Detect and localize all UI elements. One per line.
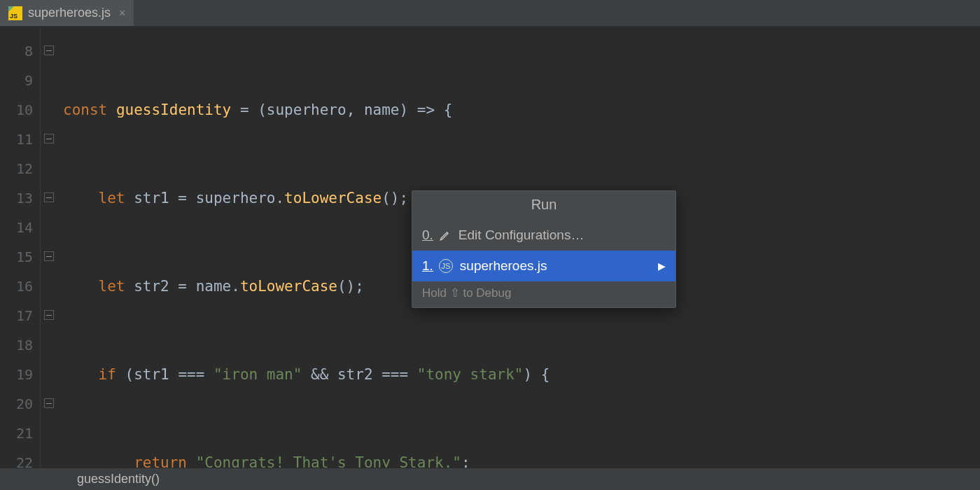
line-number: 15 [0,242,33,272]
popup-title: Run [412,191,676,220]
line-number: 13 [0,183,33,213]
run-configuration-item[interactable]: 1. JS superheroes.js ▶ [412,251,676,281]
fold-mark[interactable] [41,389,57,419]
line-number: 20 [0,389,33,419]
line-number: 8 [0,36,33,66]
line-number: 16 [0,272,33,301]
fold-mark[interactable] [41,183,57,213]
chevron-right-icon: ▶ [658,260,666,272]
line-number: 17 [0,301,33,330]
breadcrumb-item[interactable]: guessIdentity() [77,472,160,486]
code-line[interactable]: if (str1 === "iron man" && str2 === "ton… [57,360,980,389]
breadcrumb[interactable]: guessIdentity() [0,468,980,490]
item-number: 1. [422,258,433,274]
line-number-gutter: 8 9 10 11 12 13 14 15 16 17 18 19 20 21 … [0,27,41,468]
run-popup: Run 0. Edit Configurations… 1. JS superh… [412,190,676,308]
popup-hint: Hold ⇧ to Debug [412,281,676,307]
code-line[interactable]: const guessIdentity = (superhero, name) … [57,95,980,125]
fold-mark[interactable] [41,36,57,66]
line-number: 21 [0,419,33,448]
fold-mark[interactable] [41,125,57,154]
line-number: 10 [0,95,33,125]
fold-gutter [41,27,57,468]
nodejs-icon: JS [439,259,453,273]
pencil-icon [439,229,451,241]
line-number: 14 [0,213,33,242]
file-tab[interactable]: JS superheroes.js × [0,0,134,26]
line-number: 11 [0,125,33,154]
fold-mark[interactable] [41,301,57,330]
tab-bar: JS superheroes.js × [0,0,980,27]
tab-filename: superheroes.js [28,6,111,20]
line-number: 9 [0,66,33,95]
line-number: 19 [0,360,33,389]
fold-mark[interactable] [41,242,57,272]
item-label: Edit Configurations… [458,227,666,243]
edit-configurations-item[interactable]: 0. Edit Configurations… [412,220,676,251]
close-icon[interactable]: × [119,7,125,20]
line-number: 18 [0,330,33,360]
js-file-icon: JS [8,6,22,20]
item-label: superheroes.js [460,258,651,274]
line-number: 12 [0,154,33,183]
item-number: 0. [422,227,433,243]
